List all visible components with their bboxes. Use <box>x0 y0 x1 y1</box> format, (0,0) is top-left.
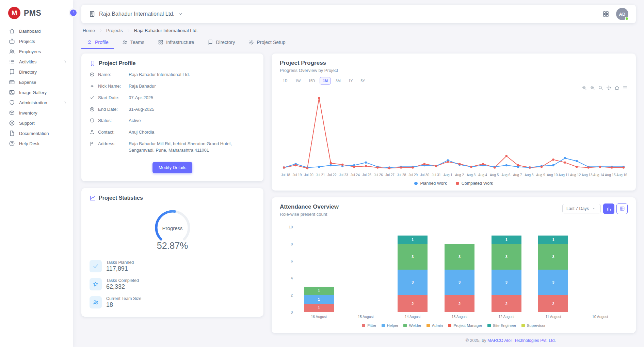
app-logo[interactable]: M PMS <box>0 5 73 26</box>
move-button[interactable] <box>606 85 611 90</box>
sidebar-item-administration[interactable]: Administration <box>0 97 73 108</box>
sidebar-item-documentation[interactable]: Documentation <box>0 128 73 138</box>
x-tick-label: Aug 16 <box>616 173 628 177</box>
attendance-overview-card: Attendance Overview Role-wise present co… <box>272 197 636 333</box>
bar-segment-helper[interactable]: 3 <box>492 270 521 295</box>
progress-gauge: Progress <box>153 208 192 249</box>
bar-segment-fitter[interactable]: 1 <box>304 304 334 312</box>
zoom-out-button[interactable] <box>590 85 595 90</box>
bar-segment-site-engineer[interactable]: 1 <box>492 236 521 244</box>
bar-slot-12-august: 2331 <box>483 227 530 312</box>
chart-line-icon <box>90 195 96 201</box>
x-tick-label: Aug 10 <box>546 173 558 177</box>
tab-project-setup[interactable]: Project Setup <box>243 36 291 49</box>
tab-infrastructure[interactable]: Infrastructure <box>152 36 199 49</box>
bar-segment-fitter[interactable]: 2 <box>538 295 568 312</box>
right-column: Project Progress Progress Overview by Pr… <box>272 54 636 333</box>
sidebar-item-employees[interactable]: Employees <box>0 46 73 57</box>
tab-teams[interactable]: Teams <box>117 36 150 49</box>
bar-segment-fitter[interactable]: 2 <box>492 295 521 312</box>
move-icon <box>606 85 611 90</box>
company-name: Raja Bahadur International Ltd. <box>99 11 174 17</box>
bar-segment-welder[interactable]: 3 <box>398 244 428 270</box>
menu-button[interactable] <box>623 85 628 90</box>
bar-segment-fitter[interactable]: 2 <box>398 295 428 312</box>
home-button[interactable] <box>614 85 619 90</box>
zoom-in-button[interactable] <box>582 85 587 90</box>
sidebar-collapse-button[interactable] <box>69 8 78 17</box>
logo-mark-icon: M <box>8 7 20 19</box>
sidebar-item-dashboard[interactable]: Dashboard <box>0 26 73 36</box>
legend-color-swatch <box>362 324 365 327</box>
bar-segment-fitter[interactable]: 2 <box>445 295 474 312</box>
bar-segment-welder[interactable]: 3 <box>538 244 568 270</box>
x-tick-label: Jul 19 <box>291 173 303 177</box>
attendance-titles: Attendance Overview Role-wise present co… <box>280 203 339 217</box>
field-value: 31-Aug-2025 <box>129 106 255 113</box>
bar-segment-site-engineer[interactable]: 1 <box>538 236 568 244</box>
bar-segment-welder[interactable]: 3 <box>445 244 474 270</box>
legend-item-planned-work[interactable]: Planned Work <box>414 181 447 186</box>
legend-item-fitter[interactable]: Fitter <box>362 323 376 328</box>
sidebar-item-inventory[interactable]: Inventory <box>0 108 73 118</box>
sidebar-item-help-desk[interactable]: Help Desk <box>0 138 73 149</box>
stacked-bar[interactable]: 2331 <box>492 236 521 312</box>
stacked-bar[interactable]: 111 <box>304 287 334 312</box>
stacked-bar[interactable]: 2331 <box>398 236 428 312</box>
range-button-1d[interactable]: 1D <box>280 77 290 85</box>
range-button-3m[interactable]: 3M <box>333 77 344 85</box>
x-tick-label: Aug 4 <box>477 173 488 177</box>
range-button-15d[interactable]: 15D <box>305 77 318 85</box>
bar-segment-value: 3 <box>458 255 461 259</box>
legend-item-supervisor[interactable]: Supervisor <box>521 323 546 328</box>
modify-details-button[interactable]: Modify Details <box>152 162 193 173</box>
progress-x-axis: Jul 18Jul 19Jul 20Jul 21Jul 22Jul 23Jul … <box>280 173 628 177</box>
bar-segment-welder[interactable]: 1 <box>304 287 334 295</box>
legend-item-helper[interactable]: Helper <box>382 323 399 328</box>
search-button[interactable] <box>598 85 603 90</box>
range-button-1y[interactable]: 1Y <box>345 77 356 85</box>
doc-icon <box>9 130 15 136</box>
legend-item-project-manager[interactable]: Project Manager <box>448 323 482 328</box>
shield-icon <box>9 100 15 106</box>
legend-color-swatch <box>403 324 407 327</box>
bar-segment-site-engineer[interactable]: 1 <box>398 236 428 244</box>
bar-segment-helper[interactable]: 3 <box>445 270 474 295</box>
legend-item-completed-work[interactable]: Completed Work <box>456 181 493 186</box>
field-row-contact: Contact:Anuj Chordia <box>90 129 255 136</box>
sidebar-item-directory[interactable]: Directory <box>0 67 73 77</box>
legend-item-welder[interactable]: Welder <box>403 323 421 328</box>
breadcrumb-item-projects[interactable]: Projects <box>106 28 123 33</box>
tab-profile[interactable]: Profile <box>81 36 114 49</box>
range-button-1w[interactable]: 1W <box>292 77 304 85</box>
tab-directory[interactable]: Directory <box>202 36 240 49</box>
apps-grid-icon[interactable] <box>602 11 609 17</box>
stacked-bar[interactable]: 2331 <box>538 236 568 312</box>
toggle-bar-chart-view[interactable] <box>603 203 614 214</box>
sidebar-item-support[interactable]: Support <box>0 118 73 128</box>
bar-segment-helper[interactable]: 3 <box>398 270 428 295</box>
company-selector[interactable]: Raja Bahadur International Ltd. <box>89 11 183 17</box>
legend-item-site-engineer[interactable]: Site Engineer <box>487 323 516 328</box>
bar-segment-helper[interactable]: 1 <box>304 295 334 304</box>
user-avatar[interactable]: AD <box>616 8 628 20</box>
x-tick-label: Aug 3 <box>465 173 477 177</box>
date-range-select[interactable]: Last 7 Days <box>562 204 601 213</box>
range-button-1m[interactable]: 1M <box>320 77 331 85</box>
date-range-value: Last 7 Days <box>566 206 589 211</box>
bar-slot-16-august: 111 <box>295 227 342 312</box>
bar-segment-helper[interactable]: 3 <box>538 270 568 295</box>
legend-item-admin[interactable]: Admin <box>426 323 443 328</box>
sidebar-item-expense[interactable]: Expense <box>0 77 73 87</box>
sidebar-item-activities[interactable]: Activities <box>0 57 73 67</box>
bar-segment-welder[interactable]: 3 <box>492 244 521 270</box>
progress-line-chart[interactable] <box>280 91 628 173</box>
x-tick-label: Jul 25 <box>361 173 372 177</box>
sidebar-item-image-gallery[interactable]: Image Gallery <box>0 87 73 97</box>
stacked-bar[interactable]: 233 <box>445 244 474 312</box>
sidebar-item-projects[interactable]: Projects <box>0 36 73 46</box>
toggle-table-view[interactable] <box>616 203 628 214</box>
breadcrumb-item-home[interactable]: Home <box>83 28 95 33</box>
footer-company-link[interactable]: MARCO AIoT Technologies Pvt. Ltd. <box>487 338 556 343</box>
range-button-5y[interactable]: 5Y <box>357 77 368 85</box>
